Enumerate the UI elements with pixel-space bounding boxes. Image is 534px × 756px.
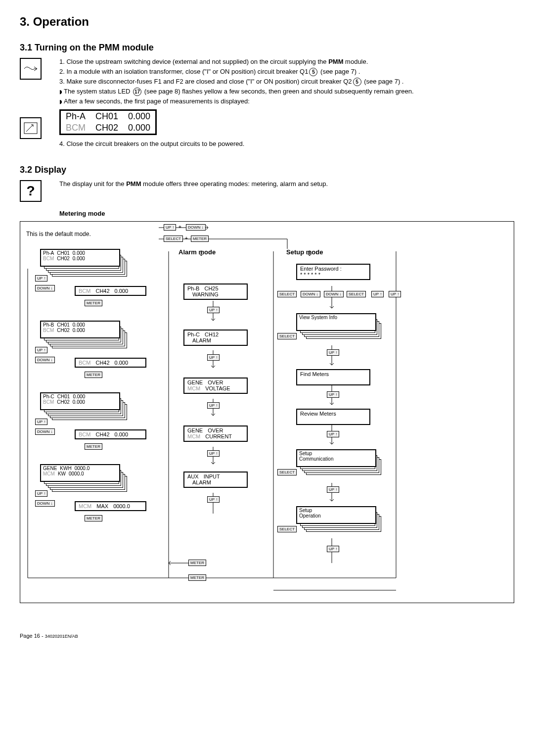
up-button: UP ↑ xyxy=(207,307,220,313)
display-intro: The display unit for the PMM module offe… xyxy=(59,180,514,189)
meter-button: METER xyxy=(85,372,102,378)
select-button: SELECT xyxy=(277,333,297,339)
down-button: DOWN ↓ xyxy=(35,285,55,291)
screen-alarm-aux: AUXINPUT ALARM xyxy=(183,472,248,488)
up-button: UP ↑ xyxy=(327,486,339,493)
up-button: UP ↑ xyxy=(327,546,339,552)
down-button: DOWN ↓ xyxy=(35,428,55,435)
setup-mode-label: Setup mode xyxy=(286,248,323,256)
screen-metering-phb-last: BCMCH420.000 xyxy=(75,358,146,368)
screen-setup-sysinfo: View System Info xyxy=(296,313,376,331)
section-3-1-heading: 3.1 Turning on the PMM module xyxy=(20,43,514,53)
screen-setup-password: Enter Password : * * * * * * xyxy=(296,264,370,280)
up-button: UP ↑ xyxy=(327,349,339,356)
metering-default-note: This is the default mode. xyxy=(26,231,91,237)
up-button: UP ↑ xyxy=(35,490,47,497)
metering-mode-label: Metering mode xyxy=(59,210,514,217)
up-button: UP ↑ xyxy=(35,275,47,282)
meter-button: METER xyxy=(191,236,209,242)
down-button: DOWN ↓ xyxy=(186,224,206,231)
up-button: UP ↑ xyxy=(207,450,220,457)
up-button: UP ↑ xyxy=(207,402,220,409)
page-title: 3. Operation xyxy=(20,15,514,29)
up-button: UP ↑ xyxy=(35,419,47,425)
note-icon xyxy=(20,58,42,80)
up-button: UP ↑ xyxy=(164,224,176,231)
screen-metering-phc: Ph-CCH010.000 BCMCH020.000 xyxy=(40,392,120,410)
screen-metering-gene-last: MCMMAX0000.0 xyxy=(75,501,146,512)
select-button: SELECT xyxy=(277,291,297,297)
up-button: UP ↑ xyxy=(327,391,339,398)
step-3: 3. Make sure disconnector-fuses F1 and F… xyxy=(59,78,514,86)
alarm-mode-label: Alarm mode xyxy=(178,248,216,256)
screen-metering-pha: Ph-ACH010.000 BCMCH020.000 xyxy=(40,249,120,267)
screen-setup-reviewmeters: Review Meters xyxy=(296,409,370,425)
display-icon xyxy=(20,117,42,139)
lcd-example: Ph-ACH010.000 BCMCH020.000 xyxy=(59,109,157,135)
step-2: 2. In a module with an isolation transfo… xyxy=(59,68,514,76)
meter-button: METER xyxy=(85,300,102,306)
screen-metering-phc-last: BCMCH420.000 xyxy=(75,429,146,440)
screen-setup-operation: SetupOperation xyxy=(296,506,376,524)
flow-diagram: This is the default mode. UP ↑ + DOWN ↓ … xyxy=(20,221,514,603)
up-button: UP ↑ xyxy=(207,496,220,503)
bullet-2: After a few seconds, the first page of m… xyxy=(59,97,514,106)
screen-metering-gene: GENEKWH0000.0 MCMKW0000.0 xyxy=(40,464,120,482)
svg-text:?: ? xyxy=(26,184,35,198)
meter-button: METER xyxy=(188,574,206,581)
select-button: SELECT xyxy=(164,236,183,242)
screen-metering-phb: Ph-BCH010.000 BCMCH020.000 xyxy=(40,321,120,338)
plus-label: + xyxy=(178,224,181,230)
help-icon: ? xyxy=(20,180,42,202)
screen-metering-pha-last: BCMCH420.000 xyxy=(75,286,146,296)
screen-alarm-overcurrent: GENEOVER MCMCURRENT xyxy=(183,425,248,442)
screen-alarm-overvoltage: GENEOVER MCMVOLTAGE xyxy=(183,378,248,394)
up-button: UP ↑ xyxy=(389,291,401,297)
down-button: DOWN ↓ xyxy=(35,357,55,363)
select-button: SELECT xyxy=(277,469,297,475)
select-button: SELECT xyxy=(347,291,366,297)
page-footer: Page 16 - 34020201EN/AB xyxy=(20,633,514,639)
plus-label: + xyxy=(185,236,188,241)
up-button: UP ↑ xyxy=(327,431,339,437)
bullet-1: The system status LED 17 (see page 8) fl… xyxy=(59,88,514,96)
up-button: UP ↑ xyxy=(35,347,47,353)
up-button: UP ↑ xyxy=(207,354,220,361)
step-1: 1. Close the upstream switching device (… xyxy=(59,58,514,66)
screen-setup-comm: SetupCommunication xyxy=(296,449,376,467)
meter-button: METER xyxy=(85,443,102,450)
screen-alarm-alarm: Ph-CCH12 ALARM xyxy=(183,330,248,346)
down-button: DOWN ↓ xyxy=(324,291,344,297)
screen-setup-findmeters: Find Meters xyxy=(296,369,370,385)
down-button: DOWN ↓ xyxy=(35,500,55,507)
meter-button: METER xyxy=(188,560,206,566)
screen-alarm-warning: Ph-BCH25 WARNING xyxy=(183,284,248,300)
step-4: 4. Close the circuit breakers on the out… xyxy=(59,140,514,148)
down-button: DOWN ↓ xyxy=(301,291,320,297)
select-button: SELECT xyxy=(277,526,297,532)
svg-rect-0 xyxy=(24,123,37,134)
up-button: UP ↑ xyxy=(371,291,384,297)
section-3-2-heading: 3.2 Display xyxy=(20,165,514,175)
meter-button: METER xyxy=(85,515,102,521)
